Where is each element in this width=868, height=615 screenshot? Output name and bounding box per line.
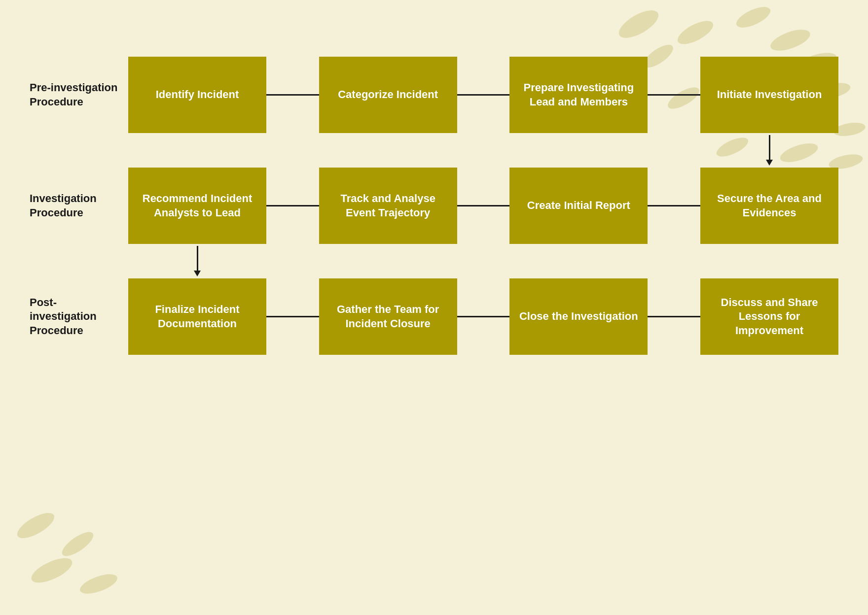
h-connector-2 [648,205,700,206]
h-connector-1 [457,205,510,206]
flowchart-box-0: Identify Incident [128,57,266,133]
v-arrow-wrapper [128,246,266,276]
row-content-pre: Identify IncidentCategorize IncidentPrep… [128,57,838,133]
row-content-post: Finalize Incident DocumentationGather th… [128,278,838,355]
v-arrow-wrapper [700,135,838,166]
flowchart-box-3: Discuss and Share Lessons for Improvemen… [700,278,838,355]
v-spacer-row2 [30,244,838,278]
flowchart-box-0: Finalize Incident Documentation [128,278,266,355]
v-arrow-head [766,160,773,166]
decorative-oval-17 [59,528,97,560]
flowchart-box-2: Close the Investigation [509,278,648,355]
flowchart-box-2: Create Initial Report [509,168,648,244]
v-connector-content-1 [128,135,838,166]
flowchart-box-1: Categorize Incident [319,57,457,133]
h-connector-0 [266,205,319,206]
decorative-oval-19 [77,570,119,598]
decorative-oval-18 [28,553,75,588]
h-connector-1 [457,316,510,317]
decorative-oval-2 [733,3,773,32]
v-line [197,246,198,271]
decorative-oval-16 [13,508,58,543]
flowchart-box-2: Prepare Investigating Lead and Members [509,57,648,133]
flowchart-box-1: Gather the Team for Incident Closure [319,278,457,355]
decorative-oval-3 [768,25,813,55]
h-connector-0 [266,316,319,317]
v-spacer-row1 [30,133,838,168]
decorative-oval-1 [674,16,717,49]
flowchart-box-0: Recommend Incident Analysts to Lead [128,168,266,244]
row-content-inv: Recommend Incident Analysts to LeadTrack… [128,168,838,244]
v-arrow-head [194,271,201,276]
row-label-pre: Pre-investigation Procedure [30,81,128,109]
v-line [769,135,770,160]
flowchart: Pre-investigation Procedure Identify Inc… [30,57,838,355]
row-pre-investigation: Pre-investigation Procedure Identify Inc… [30,57,838,133]
h-connector-2 [648,94,700,96]
row-investigation: Investigation Procedure Recommend Incide… [30,168,838,244]
flowchart-box-3: Secure the Area and Evidences [700,168,838,244]
h-connector-0 [266,94,319,96]
h-connector-1 [457,94,510,96]
h-connector-2 [648,316,700,317]
row-post-investigation: Post-investigation Procedure Finalize In… [30,278,838,355]
v-connector-content-2 [128,246,838,276]
row-label-post: Post-investigation Procedure [30,296,128,338]
page: Pre-investigation Procedure Identify Inc… [0,0,868,615]
flowchart-box-3: Initiate Investigation [700,57,838,133]
decorative-oval-0 [615,5,663,43]
row-label-inv: Investigation Procedure [30,192,128,220]
flowchart-box-1: Track and Analyse Event Trajectory [319,168,457,244]
